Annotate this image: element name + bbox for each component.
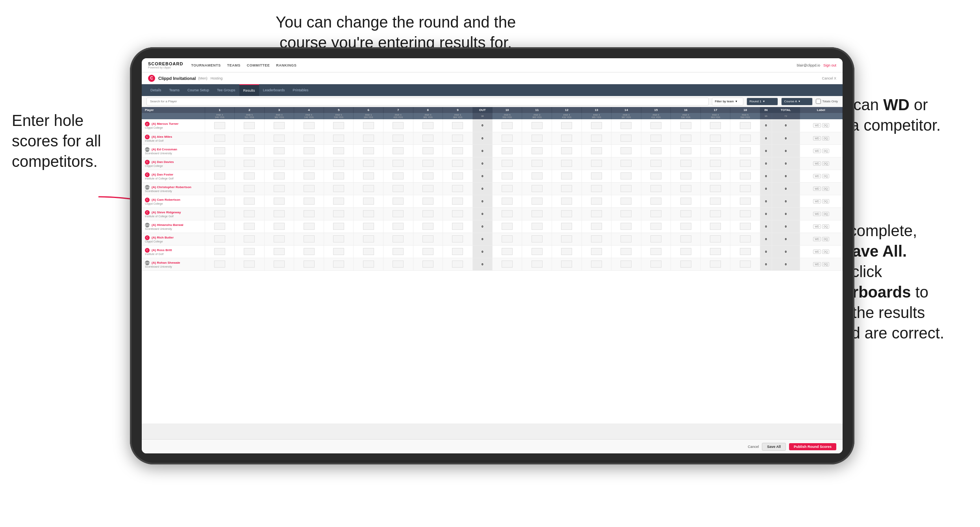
hole-2-input[interactable] [244, 261, 255, 268]
hole-16-input[interactable] [680, 235, 691, 242]
hole-15-score[interactable] [641, 170, 671, 182]
hole-18-score[interactable] [730, 233, 760, 245]
hole-2-score[interactable] [235, 195, 265, 207]
hole-1-input[interactable] [214, 135, 225, 142]
hole-2-input[interactable] [244, 135, 255, 142]
hole-1-input[interactable] [214, 122, 225, 129]
hole-10-score[interactable] [492, 207, 522, 220]
hole-13-input[interactable] [591, 172, 602, 179]
hole-9-input[interactable] [452, 122, 463, 129]
hole-9-input[interactable] [452, 160, 463, 167]
hole-5-input[interactable] [333, 261, 344, 268]
hole-15-score[interactable] [641, 258, 671, 270]
hole-5-score[interactable] [324, 195, 354, 207]
hole-15-score[interactable] [641, 157, 671, 170]
hole-15-input[interactable] [650, 185, 661, 192]
hole-17-input[interactable] [710, 223, 721, 230]
hole-4-score[interactable] [294, 144, 324, 157]
hole-17-score[interactable] [700, 119, 730, 132]
dq-button[interactable]: DQ [822, 123, 830, 128]
hole-12-input[interactable] [561, 261, 572, 268]
hole-17-score[interactable] [700, 233, 730, 245]
hole-15-input[interactable] [650, 248, 661, 255]
hole-4-input[interactable] [304, 160, 315, 167]
hole-11-score[interactable] [522, 207, 552, 220]
nav-rankings[interactable]: RANKINGS [276, 63, 296, 67]
hole-11-score[interactable] [522, 233, 552, 245]
hole-12-input[interactable] [561, 198, 572, 205]
hole-17-input[interactable] [710, 235, 721, 242]
hole-7-score[interactable] [383, 132, 413, 144]
course-dropdown[interactable]: Course A ▾ [781, 98, 813, 105]
hole-14-score[interactable] [611, 245, 641, 258]
hole-2-score[interactable] [235, 119, 265, 132]
hole-3-input[interactable] [274, 172, 285, 179]
hole-8-input[interactable] [422, 248, 433, 255]
hole-9-score[interactable] [443, 233, 473, 245]
hole-4-input[interactable] [304, 198, 315, 205]
hole-11-input[interactable] [532, 248, 543, 255]
hole-10-input[interactable] [502, 223, 513, 230]
hole-11-input[interactable] [532, 172, 543, 179]
hole-1-score[interactable] [205, 157, 235, 170]
hole-3-input[interactable] [274, 122, 285, 129]
hole-17-input[interactable] [710, 198, 721, 205]
hole-4-score[interactable] [294, 195, 324, 207]
wd-button[interactable]: WD [813, 212, 821, 216]
hole-6-score[interactable] [354, 119, 383, 132]
hole-12-score[interactable] [552, 132, 582, 144]
hole-4-score[interactable] [294, 119, 324, 132]
hole-11-input[interactable] [532, 261, 543, 268]
hole-10-score[interactable] [492, 258, 522, 270]
hole-16-input[interactable] [680, 248, 691, 255]
hole-6-input[interactable] [363, 210, 374, 217]
hole-16-input[interactable] [680, 122, 691, 129]
hole-16-input[interactable] [680, 160, 691, 167]
hole-5-score[interactable] [324, 258, 354, 270]
hole-11-input[interactable] [532, 223, 543, 230]
wd-button[interactable]: WD [813, 149, 821, 153]
hole-3-score[interactable] [264, 245, 294, 258]
hole-8-input[interactable] [422, 185, 433, 192]
hole-1-input[interactable] [214, 223, 225, 230]
hole-6-score[interactable] [354, 258, 383, 270]
hole-9-input[interactable] [452, 248, 463, 255]
hole-2-input[interactable] [244, 198, 255, 205]
hole-13-input[interactable] [591, 261, 602, 268]
hole-11-score[interactable] [522, 245, 552, 258]
hole-8-input[interactable] [422, 235, 433, 242]
hole-18-score[interactable] [730, 119, 760, 132]
hole-10-input[interactable] [502, 160, 513, 167]
hole-17-score[interactable] [700, 170, 730, 182]
hole-8-input[interactable] [422, 198, 433, 205]
hole-12-score[interactable] [552, 195, 582, 207]
hole-15-input[interactable] [650, 223, 661, 230]
hole-7-score[interactable] [383, 207, 413, 220]
hole-12-score[interactable] [552, 258, 582, 270]
hole-2-score[interactable] [235, 157, 265, 170]
hole-7-score[interactable] [383, 182, 413, 195]
hole-4-input[interactable] [304, 185, 315, 192]
hole-9-input[interactable] [452, 223, 463, 230]
hole-5-input[interactable] [333, 198, 344, 205]
hole-10-score[interactable] [492, 233, 522, 245]
hole-18-score[interactable] [730, 157, 760, 170]
hole-9-score[interactable] [443, 258, 473, 270]
dq-button[interactable]: DQ [822, 237, 830, 241]
hole-4-score[interactable] [294, 258, 324, 270]
dq-button[interactable]: DQ [822, 187, 830, 191]
hole-13-input[interactable] [591, 210, 602, 217]
hole-7-input[interactable] [393, 223, 404, 230]
hole-12-input[interactable] [561, 235, 572, 242]
hole-6-score[interactable] [354, 195, 383, 207]
hole-18-score[interactable] [730, 144, 760, 157]
hole-8-score[interactable] [413, 170, 443, 182]
hole-5-score[interactable] [324, 157, 354, 170]
hole-12-input[interactable] [561, 185, 572, 192]
hole-14-score[interactable] [611, 195, 641, 207]
hole-8-score[interactable] [413, 220, 443, 233]
wd-button[interactable]: WD [813, 174, 821, 178]
hole-11-input[interactable] [532, 147, 543, 154]
hole-15-score[interactable] [641, 182, 671, 195]
hole-1-input[interactable] [214, 235, 225, 242]
